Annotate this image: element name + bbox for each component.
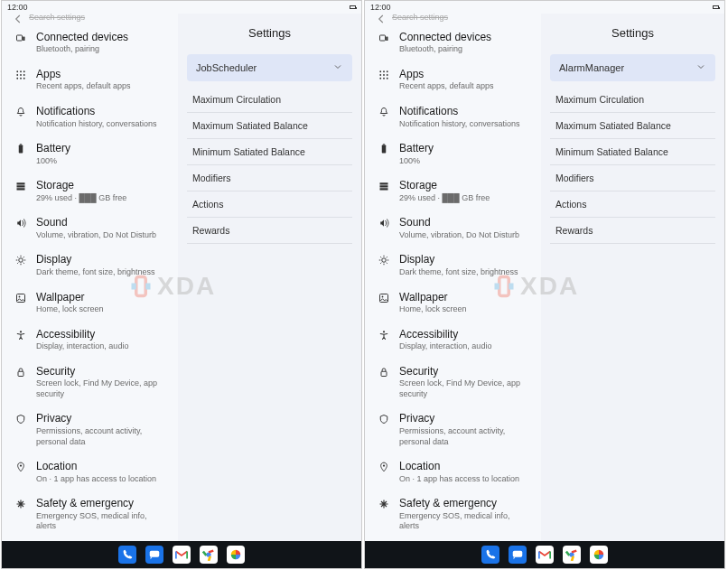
settings-option[interactable]: Maximum Satiated Balance — [550, 113, 715, 139]
settings-option[interactable]: Rewards — [187, 218, 352, 244]
svg-point-40 — [387, 74, 388, 76]
taskbar-app-photos[interactable] — [590, 546, 608, 564]
settings-item-wallpaper[interactable]: Wallpaper Home, lock screen — [365, 285, 541, 322]
settings-item-subtitle: Permissions, account activity, personal … — [36, 426, 169, 447]
settings-option[interactable]: Maximum Satiated Balance — [187, 113, 352, 139]
settings-item-a11y[interactable]: Accessibility Display, interaction, audi… — [2, 322, 178, 359]
location-icon — [378, 462, 390, 472]
svg-point-38 — [379, 74, 381, 76]
settings-item-title: Storage — [399, 179, 490, 191]
settings-option[interactable]: Actions — [187, 191, 352, 218]
apps-icon — [378, 70, 390, 80]
sound-icon — [14, 218, 27, 229]
settings-item-apps[interactable]: Apps Recent apps, default apps — [365, 61, 541, 98]
settings-item-lock[interactable]: Security Screen lock, Find My Device, ap… — [365, 359, 541, 406]
settings-item-sound[interactable]: Sound Volume, vibration, Do Not Disturb — [2, 210, 178, 247]
settings-item-title: Accessibility — [36, 328, 128, 341]
svg-rect-34 — [386, 37, 387, 42]
svg-point-36 — [383, 70, 385, 72]
lock-icon — [14, 367, 27, 378]
a11y-icon — [14, 330, 27, 341]
svg-rect-14 — [17, 186, 25, 188]
settings-item-bell[interactable]: Notifications Notification history, conv… — [2, 98, 178, 135]
apps-icon — [14, 70, 27, 80]
settings-item-storage[interactable]: Storage 29% used · ███ GB free — [365, 173, 541, 210]
settings-item-subtitle: Bluetooth, pairing — [399, 44, 491, 55]
option-list: Maximum Circulation Maximum Satiated Bal… — [550, 87, 715, 244]
settings-item-location[interactable]: Location On · 1 app has access to locati… — [365, 453, 541, 490]
taskbar-app-photos[interactable] — [227, 546, 245, 564]
settings-item-privacy[interactable]: Privacy Permissions, account activity, p… — [365, 406, 541, 453]
svg-rect-53 — [381, 371, 387, 376]
settings-item-devices[interactable]: Connected devices Bluetooth, pairing — [2, 24, 178, 61]
svg-point-19 — [20, 331, 22, 332]
svg-point-54 — [383, 465, 385, 467]
settings-item-a11y[interactable]: Accessibility Display, interaction, audi… — [365, 322, 541, 359]
devices-icon — [378, 33, 390, 43]
svg-point-42 — [383, 78, 385, 79]
settings-option[interactable]: Minimum Satiated Balance — [550, 139, 715, 165]
settings-item-storage[interactable]: Storage 29% used · ███ GB free — [2, 173, 178, 210]
status-bar: 12:00 — [2, 1, 361, 14]
scheduler-dropdown[interactable]: AlarmManager — [550, 54, 715, 81]
taskbar-app-chrome[interactable] — [563, 546, 581, 564]
settings-item-safety[interactable]: Safety & emergency Emergency SOS, medica… — [365, 490, 541, 538]
settings-item-title: Battery — [36, 142, 70, 154]
svg-rect-1 — [23, 37, 24, 42]
settings-item-subtitle: Volume, vibration, Do Not Disturb — [399, 230, 519, 241]
settings-option[interactable]: Modifiers — [187, 165, 352, 191]
settings-option[interactable]: Rewards — [550, 218, 715, 244]
settings-list-pane: Search settings Connected devices Blueto… — [365, 14, 541, 541]
search-settings-row[interactable]: Search settings — [365, 14, 541, 24]
settings-item-location[interactable]: Location On · 1 app has access to locati… — [2, 453, 178, 490]
svg-point-16 — [19, 258, 23, 263]
settings-item-display[interactable]: Display Dark theme, font size, brightnes… — [365, 247, 541, 284]
taskbar-app-phone[interactable] — [481, 546, 499, 564]
settings-item-subtitle: Notification history, conversations — [36, 119, 156, 130]
settings-option[interactable]: Actions — [550, 191, 715, 218]
settings-item-title: Sound — [36, 216, 156, 229]
settings-item-display[interactable]: Display Dark theme, font size, brightnes… — [2, 247, 178, 284]
svg-rect-20 — [18, 371, 23, 376]
wallpaper-icon — [14, 293, 27, 304]
scheduler-dropdown[interactable]: JobScheduler — [187, 54, 352, 81]
settings-item-devices[interactable]: Connected devices Bluetooth, pairing — [365, 24, 541, 61]
settings-item-lock[interactable]: Security Screen lock, Find My Device, ap… — [2, 359, 178, 406]
battery-indicator-icon — [713, 5, 719, 9]
settings-option[interactable]: Maximum Circulation — [187, 87, 352, 113]
svg-point-10 — [23, 78, 25, 79]
settings-item-battery[interactable]: Battery 100% — [365, 135, 541, 173]
settings-item-apps[interactable]: Apps Recent apps, default apps — [2, 61, 178, 98]
battery-icon — [14, 144, 27, 154]
settings-item-battery[interactable]: Battery 100% — [2, 135, 178, 173]
settings-option[interactable]: Minimum Satiated Balance — [187, 139, 352, 165]
settings-item-sound[interactable]: Sound Volume, vibration, Do Not Disturb — [365, 210, 541, 247]
settings-item-subtitle: Dark theme, font size, brightness — [399, 267, 518, 278]
settings-item-title: Privacy — [36, 412, 169, 425]
svg-point-51 — [382, 295, 384, 297]
taskbar-app-gmail[interactable] — [173, 546, 191, 564]
safety-icon — [14, 499, 27, 509]
svg-point-21 — [20, 465, 22, 467]
taskbar-app-chrome[interactable] — [200, 546, 218, 564]
settings-item-safety[interactable]: Safety & emergency Emergency SOS, medica… — [2, 490, 178, 538]
settings-item-subtitle: Display, interaction, audio — [399, 341, 491, 352]
settings-option[interactable]: Modifiers — [550, 165, 715, 191]
taskbar-app-messages[interactable] — [145, 546, 163, 564]
a11y-icon — [378, 330, 390, 341]
settings-item-wallpaper[interactable]: Wallpaper Home, lock screen — [2, 285, 178, 322]
taskbar-app-messages[interactable] — [509, 546, 527, 564]
settings-item-bell[interactable]: Notifications Notification history, conv… — [365, 98, 541, 135]
settings-item-privacy[interactable]: Privacy Permissions, account activity, p… — [2, 406, 178, 453]
detail-pane: Settings AlarmManager Maximum Circulatio… — [541, 14, 724, 541]
settings-option[interactable]: Maximum Circulation — [550, 87, 715, 113]
settings-item-subtitle: Permissions, account activity, personal … — [399, 426, 532, 447]
svg-rect-59 — [513, 551, 523, 557]
device-frame: 12:00 Search settings Connected devices … — [1, 0, 362, 569]
display-icon — [378, 255, 390, 266]
settings-item-subtitle: 29% used · ███ GB free — [36, 193, 126, 204]
settings-item-subtitle: On · 1 app has access to location — [36, 474, 156, 485]
taskbar-app-phone[interactable] — [118, 546, 136, 564]
search-settings-row[interactable]: Search settings — [2, 14, 178, 24]
taskbar-app-gmail[interactable] — [536, 546, 554, 564]
